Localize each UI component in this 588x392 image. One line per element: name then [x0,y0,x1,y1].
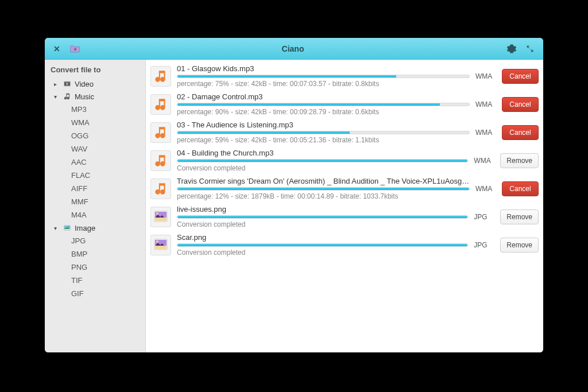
progress-fill [177,75,396,77]
sidebar-item-jpg[interactable]: JPG [45,234,145,247]
conversion-row: live-issues.pngConversion completedJPGRe… [150,203,539,231]
row-details: Travis Cormier sings 'Dream On' (Aerosmi… [177,177,470,200]
sidebar-category-label: Video [75,80,94,88]
cancel-button[interactable]: Cancel [502,181,539,196]
progress-bar [177,75,470,78]
cancel-button[interactable]: Cancel [502,97,539,112]
row-details: 01 - Glasgow Kids.mp3percentage: 75% - s… [177,64,470,88]
music-thumb-icon [150,94,171,115]
sidebar-item-m4a[interactable]: M4A [45,208,145,222]
row-details: 03 - The Audience is Listening.mp3percen… [177,121,470,144]
sidebar: Convert file to ▸Video▾MusicMP3WMAOGGWAV… [45,60,146,352]
chevron-right-icon: ▸ [54,81,60,87]
sidebar-item-tif[interactable]: TIF [45,274,145,287]
sidebar-item-bmp[interactable]: BMP [45,247,145,261]
cancel-button[interactable]: Cancel [502,125,539,140]
music-icon [63,92,72,101]
progress-bar [177,131,470,134]
status-text: percentage: 59% - size: 42kB - time: 00:… [177,136,470,144]
svg-rect-3 [64,81,71,83]
remove-button[interactable]: Remove [500,238,539,253]
image-icon [63,223,72,232]
music-thumb-icon [150,178,171,199]
progress-bar [177,103,470,106]
progress-fill [177,160,467,162]
gear-icon [506,44,517,54]
conversion-row: Travis Cormier sings 'Dream On' (Aerosmi… [150,174,539,203]
music-thumb-icon [150,66,171,87]
status-text: Conversion completed [177,164,468,172]
progress-fill [177,103,440,106]
sidebar-item-gif[interactable]: GIF [45,287,145,300]
chevron-down-icon: ▾ [54,94,60,100]
svg-rect-11 [155,218,167,221]
cancel-button[interactable]: Cancel [502,69,539,84]
sidebar-item-aac[interactable]: AAC [45,156,145,169]
status-text: percentage: 90% - size: 42kB - time: 00:… [177,108,470,116]
format-badge: JPG [474,241,494,249]
conversion-row: 01 - Glasgow Kids.mp3percentage: 75% - s… [150,62,539,90]
file-name: 02 - Damage Control.mp3 [177,92,470,101]
sidebar-category-image[interactable]: ▾Image [45,222,145,234]
sidebar-item-ogg[interactable]: OGG [45,129,145,142]
file-name: 01 - Glasgow Kids.mp3 [177,64,470,73]
sidebar-category-video[interactable]: ▸Video [45,77,145,90]
item-list: 01 - Glasgow Kids.mp3percentage: 75% - s… [146,60,543,352]
expand-icon [526,45,534,53]
status-text: percentage: 12% - size: 1879kB - time: 0… [177,192,470,200]
file-name: Travis Cormier sings 'Dream On' (Aerosmi… [177,177,470,185]
format-badge: WMA [475,72,496,80]
sidebar-item-wav[interactable]: WAV [45,142,145,156]
sidebar-category-label: Music [75,92,94,101]
format-badge: JPG [474,213,494,221]
format-badge: WMA [475,129,496,137]
sidebar-title: Convert file to [45,63,145,77]
status-text: Conversion completed [177,220,468,228]
svg-point-10 [156,212,158,215]
close-button[interactable]: ✕ [49,41,64,56]
svg-rect-4 [64,85,71,86]
progress-fill [177,216,467,218]
status-text: Conversion completed [177,249,468,257]
progress-bar [177,215,468,219]
progress-bar [177,187,470,191]
progress-fill [177,244,467,246]
sidebar-category-music[interactable]: ▾Music [45,90,145,103]
sidebar-item-mp3[interactable]: MP3 [45,103,145,116]
format-badge: WMA [475,100,496,108]
music-thumb-icon [150,150,171,171]
image-thumb-icon [150,207,171,227]
conversion-row: 02 - Damage Control.mp3percentage: 90% -… [150,90,539,118]
chevron-down-icon: ▾ [54,225,60,231]
sidebar-item-flac[interactable]: FLAC [45,169,145,182]
svg-rect-15 [155,246,167,249]
row-details: Scar.pngConversion completed [177,233,468,257]
sidebar-category-label: Image [75,224,95,232]
sidebar-item-aiff[interactable]: AIFF [45,182,145,195]
sidebar-item-png[interactable]: PNG [45,261,145,274]
video-icon [63,79,72,88]
titlebar: ✕ Ciano [45,38,543,60]
settings-button[interactable] [503,41,520,56]
window-title: Ciano [83,44,503,53]
status-text: percentage: 75% - size: 42kB - time: 00:… [177,80,470,88]
conversion-row: 04 - Building the Church.mp3Conversion c… [150,146,539,174]
remove-button[interactable]: Remove [500,153,539,168]
format-badge: WMA [475,185,496,193]
image-thumb-icon [150,235,171,255]
row-details: live-issues.pngConversion completed [177,205,468,228]
svg-point-14 [156,240,158,243]
remove-button[interactable]: Remove [500,209,539,224]
music-thumb-icon [150,122,171,143]
row-details: 02 - Damage Control.mp3percentage: 90% -… [177,92,470,116]
progress-bar [177,159,468,162]
sidebar-item-wma[interactable]: WMA [45,116,145,129]
open-folder-button[interactable] [68,41,83,56]
folder-icon [69,43,81,55]
progress-fill [177,131,350,134]
sidebar-item-mmf[interactable]: MMF [45,195,145,208]
row-details: 04 - Building the Church.mp3Conversion c… [177,149,468,172]
file-name: 04 - Building the Church.mp3 [177,149,468,157]
conversion-row: 03 - The Audience is Listening.mp3percen… [150,118,539,146]
maximize-button[interactable] [521,41,539,56]
